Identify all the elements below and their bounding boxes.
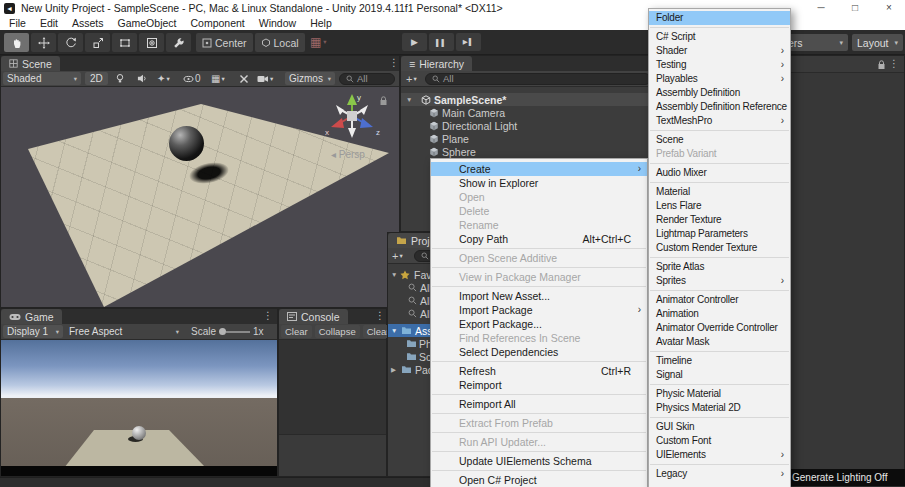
- layout-dropdown[interactable]: Layout ▾: [852, 34, 903, 51]
- submenu-item[interactable]: Sprites ›: [649, 274, 790, 288]
- project-add-button[interactable]: + ▾: [392, 250, 403, 262]
- 2d-toggle-button[interactable]: 2D: [85, 72, 108, 85]
- console-toolbar-button[interactable]: Collapse: [315, 325, 360, 338]
- menu-bar-item[interactable]: Component: [183, 17, 251, 29]
- submenu-item[interactable]: Physics Material 2D ›: [649, 401, 790, 415]
- context-menu-item[interactable]: Refresh Ctrl+R ›: [431, 364, 647, 378]
- pivot-center-button[interactable]: Center: [196, 33, 253, 52]
- context-menu-item[interactable]: Open C# Project ›: [431, 473, 647, 487]
- context-menu-item[interactable]: Update UIElements Schema ›: [431, 454, 647, 468]
- display-dropdown[interactable]: Display 1 ▾: [3, 325, 63, 338]
- context-menu-item[interactable]: Copy Path Alt+Ctrl+C ›: [431, 232, 647, 246]
- inspector-menu-icon[interactable]: ⋮: [889, 58, 899, 69]
- submenu-item[interactable]: Folder ›: [649, 11, 790, 25]
- submenu-item[interactable]: Animation ›: [649, 307, 790, 321]
- submenu-item[interactable]: GUI Skin ›: [649, 420, 790, 434]
- submenu-item[interactable]: ›: [650, 182, 789, 183]
- submenu-item[interactable]: Legacy ›: [649, 467, 790, 481]
- context-menu-item[interactable]: View in Package Manager ›: [431, 270, 647, 284]
- aspect-dropdown[interactable]: Free Aspect ▾: [65, 325, 183, 338]
- scene-camera-button[interactable]: ▾: [257, 74, 273, 84]
- context-menu-item[interactable]: Delete ›: [431, 204, 647, 218]
- maximize-button[interactable]: □: [840, 0, 870, 16]
- context-menu-item[interactable]: Extract From Prefab ›: [431, 416, 647, 430]
- submenu-item[interactable]: UIElements ›: [649, 448, 790, 462]
- scene-grid-button[interactable]: ▦ ▾: [211, 73, 225, 84]
- context-menu-item[interactable]: Run API Updater... ›: [431, 435, 647, 449]
- context-menu-item[interactable]: ›: [432, 248, 646, 249]
- scene-viewport[interactable]: y x z ◂ Persp: [1, 87, 399, 307]
- context-menu-item[interactable]: Create ›: [431, 162, 647, 176]
- submenu-item[interactable]: Custom Font ›: [649, 434, 790, 448]
- tab-hierarchy[interactable]: ≡ Hierarchy: [401, 56, 472, 71]
- scale-slider[interactable]: [219, 328, 250, 335]
- tab-console[interactable]: Console: [279, 309, 348, 324]
- collapse-arrow-icon[interactable]: ▼: [406, 96, 412, 103]
- context-menu-item[interactable]: ›: [432, 451, 646, 452]
- submenu-item[interactable]: C# Script ›: [649, 30, 790, 44]
- tab-scene[interactable]: Scene: [1, 56, 60, 71]
- submenu-item[interactable]: Sprite Atlas ›: [649, 260, 790, 274]
- shading-mode-dropdown[interactable]: Shaded ▾: [3, 72, 81, 85]
- context-menu-item[interactable]: Rename ›: [431, 218, 647, 232]
- scene-audio-button[interactable]: [137, 73, 148, 84]
- context-menu-item[interactable]: Reimport ›: [431, 378, 647, 392]
- hierarchy-item[interactable]: Plane: [401, 132, 656, 145]
- lock-icon[interactable]: [877, 60, 886, 70]
- context-menu-item[interactable]: Open ›: [431, 190, 647, 204]
- console-menu-icon[interactable]: ⋮: [375, 310, 385, 321]
- menu-bar-item[interactable]: Window: [252, 17, 303, 29]
- context-menu-item[interactable]: Reimport All ›: [431, 397, 647, 411]
- hierarchy-item[interactable]: Directional Light: [401, 119, 656, 132]
- scene-effects-button[interactable]: ✦ ▾: [157, 73, 170, 84]
- play-button[interactable]: ▶: [402, 33, 427, 51]
- submenu-item[interactable]: Signal ›: [649, 368, 790, 382]
- gizmos-dropdown[interactable]: Gizmos ▾: [285, 72, 335, 85]
- pivot-local-button[interactable]: Local: [255, 33, 305, 52]
- grid-snap-button[interactable]: ▦ ▾: [310, 35, 327, 49]
- collapse-arrow-icon[interactable]: ▼: [391, 271, 397, 278]
- submenu-item[interactable]: Avatar Mask ›: [649, 335, 790, 349]
- submenu-item[interactable]: Audio Mixer ›: [649, 166, 790, 180]
- submenu-item[interactable]: ›: [650, 384, 789, 385]
- submenu-item[interactable]: ›: [650, 130, 789, 131]
- context-menu-item[interactable]: ›: [432, 413, 646, 414]
- close-button[interactable]: ×: [874, 0, 904, 16]
- submenu-item[interactable]: Render Texture ›: [649, 213, 790, 227]
- submenu-item[interactable]: ›: [650, 417, 789, 418]
- sphere-object[interactable]: [169, 126, 204, 161]
- context-menu-item[interactable]: Import Package ›: [431, 303, 647, 317]
- context-menu-item[interactable]: ›: [432, 267, 646, 268]
- scene-tools-button[interactable]: [239, 74, 249, 84]
- custom-tool-button[interactable]: [166, 33, 191, 52]
- hierarchy-item[interactable]: Sphere: [401, 145, 656, 158]
- context-menu-item[interactable]: Export Package... ›: [431, 317, 647, 331]
- hierarchy-search-input[interactable]: All: [425, 73, 651, 85]
- context-menu-item[interactable]: ›: [432, 470, 646, 471]
- submenu-item[interactable]: Lightmap Parameters ›: [649, 227, 790, 241]
- context-menu-item[interactable]: Find References In Scene ›: [431, 331, 647, 345]
- submenu-item[interactable]: TextMeshPro ›: [649, 114, 790, 128]
- submenu-item[interactable]: Assembly Definition ›: [649, 86, 790, 100]
- submenu-item[interactable]: ›: [650, 290, 789, 291]
- orientation-gizmo[interactable]: y x z: [321, 91, 383, 143]
- context-menu-item[interactable]: Import New Asset... ›: [431, 289, 647, 303]
- rect-tool-button[interactable]: [112, 33, 137, 52]
- submenu-item[interactable]: ›: [650, 464, 789, 465]
- submenu-item[interactable]: Material ›: [649, 185, 790, 199]
- menu-bar-item[interactable]: File: [2, 17, 33, 29]
- menu-bar-item[interactable]: Assets: [65, 17, 111, 29]
- context-menu-item[interactable]: ›: [432, 286, 646, 287]
- scale-tool-button[interactable]: [85, 33, 110, 52]
- submenu-item[interactable]: Custom Render Texture ›: [649, 241, 790, 255]
- submenu-item[interactable]: Testing ›: [649, 58, 790, 72]
- submenu-item[interactable]: Assembly Definition Reference ›: [649, 100, 790, 114]
- hierarchy-item[interactable]: Main Camera: [401, 106, 656, 119]
- perspective-label[interactable]: ◂ Persp: [331, 149, 365, 160]
- submenu-item[interactable]: Playables ›: [649, 72, 790, 86]
- submenu-item[interactable]: Shader ›: [649, 44, 790, 58]
- lock-icon[interactable]: [379, 96, 388, 106]
- context-menu-item[interactable]: Select Dependencies ›: [431, 345, 647, 359]
- context-menu-item[interactable]: ›: [432, 394, 646, 395]
- tab-game[interactable]: Game: [1, 309, 62, 324]
